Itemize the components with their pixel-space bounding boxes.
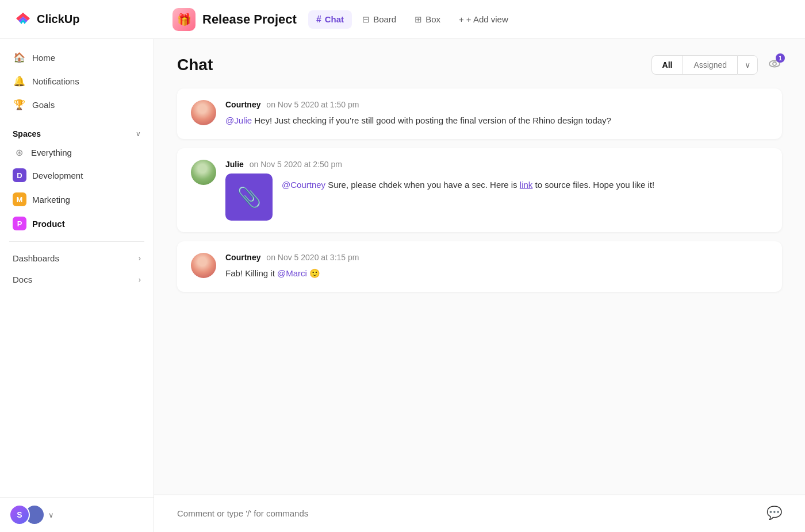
message-1-content: Courtney on Nov 5 2020 at 1:50 pm @Julie… xyxy=(225,100,768,128)
spaces-chevron-icon[interactable]: ∨ xyxy=(136,130,141,138)
nav-item-board[interactable]: ⊟ Board xyxy=(354,10,404,29)
sidebar-item-home[interactable]: 🏠 Home xyxy=(5,46,149,70)
message-2-meta: Julie on Nov 5 2020 at 2:50 pm xyxy=(225,160,768,169)
everything-icon: ⊛ xyxy=(13,147,25,158)
comment-area: 💬 xyxy=(154,495,805,532)
message-2-content: Julie on Nov 5 2020 at 2:50 pm 📎 @Courtn… xyxy=(225,160,768,221)
message-card-1: Courtney on Nov 5 2020 at 1:50 pm @Julie… xyxy=(177,88,782,139)
sidebar-item-docs[interactable]: Docs › xyxy=(5,269,149,290)
sidebar-item-dashboards[interactable]: Dashboards › xyxy=(5,248,149,269)
add-view-button[interactable]: + + Add view xyxy=(451,10,516,28)
message-2-text: @Courtney Sure, please chdek when you ha… xyxy=(282,174,654,192)
message-1-author: Courtney xyxy=(225,100,260,109)
dashboards-label: Dashboards xyxy=(13,253,59,263)
notifications-label: Notifications xyxy=(32,76,79,86)
message-1-time: on Nov 5 2020 at 1:50 pm xyxy=(266,100,359,109)
message-1-meta: Courtney on Nov 5 2020 at 1:50 pm xyxy=(225,100,768,109)
sidebar-item-everything[interactable]: ⊛ Everything xyxy=(5,142,149,163)
message-3-content: Courtney on Nov 5 2020 at 3:15 pm Fab! K… xyxy=(225,253,768,280)
filter-all-button[interactable]: All xyxy=(651,55,683,75)
watch-icon-wrap[interactable]: 1 xyxy=(767,56,782,74)
spaces-title: Spaces xyxy=(13,129,41,138)
watch-badge: 1 xyxy=(776,53,785,63)
filter-assigned-button[interactable]: Assigned xyxy=(683,55,737,75)
courtney-avatar-1 xyxy=(191,100,216,125)
project-title: Release Project xyxy=(202,12,297,27)
dashboards-chevron-icon: › xyxy=(139,254,141,263)
message-3-meta: Courtney on Nov 5 2020 at 3:15 pm xyxy=(225,253,768,262)
message-3-author: Courtney xyxy=(225,253,260,262)
sidebar-item-product[interactable]: P Product xyxy=(5,211,149,236)
development-label: Development xyxy=(32,171,83,180)
nav-board-label: Board xyxy=(373,14,396,24)
message-2-attachment-row: 📎 @Courtney Sure, please chdek when you … xyxy=(225,174,768,221)
development-badge: D xyxy=(13,168,26,182)
add-icon: + xyxy=(459,14,464,24)
board-icon: ⊟ xyxy=(362,14,370,25)
marketing-label: Marketing xyxy=(32,195,70,205)
box-icon: ⊞ xyxy=(415,14,422,25)
home-icon: 🏠 xyxy=(13,52,25,64)
message-3-text: Fab! Killing it @Marci 🙂 xyxy=(225,267,768,280)
message-3-time: on Nov 5 2020 at 3:15 pm xyxy=(266,253,359,262)
product-badge: P xyxy=(13,217,26,230)
goals-icon: 🏆 xyxy=(13,99,25,111)
message-1-text: @Julie Hey! Just checking if you're stil… xyxy=(225,114,768,128)
home-label: Home xyxy=(32,53,55,63)
sidebar-item-development[interactable]: D Development xyxy=(5,163,149,187)
source-link[interactable]: link xyxy=(520,180,533,190)
message-2-author: Julie xyxy=(225,160,244,169)
nav-box-label: Box xyxy=(425,14,440,24)
spaces-section-header: Spaces ∨ xyxy=(0,124,154,142)
chat-section-header: Chat All Assigned ∨ xyxy=(177,55,782,75)
mention-julie: @Julie xyxy=(225,115,252,125)
sidebar-item-notifications[interactable]: 🔔 Notifications xyxy=(5,70,149,93)
attachment-thumb[interactable]: 📎 xyxy=(225,174,273,221)
notifications-icon: 🔔 xyxy=(13,75,25,87)
svg-point-4 xyxy=(773,62,776,65)
nav-chat-label: Chat xyxy=(325,14,344,24)
mention-marci: @Marci xyxy=(277,268,307,278)
comment-input[interactable] xyxy=(177,508,766,518)
chat-title: Chat xyxy=(177,56,213,74)
nav-item-chat[interactable]: # Chat xyxy=(308,10,352,29)
goals-label: Goals xyxy=(32,100,55,110)
sidebar-item-marketing[interactable]: M Marketing xyxy=(5,187,149,211)
courtney-avatar-2 xyxy=(191,253,216,278)
hash-icon: # xyxy=(316,14,321,25)
project-icon: 🎁 xyxy=(172,8,195,31)
avatar-s: S xyxy=(9,504,30,525)
docs-chevron-icon: › xyxy=(139,275,141,284)
message-2-time: on Nov 5 2020 at 2:50 pm xyxy=(250,160,342,169)
docs-label: Docs xyxy=(13,275,32,284)
logo-text: ClickUp xyxy=(37,13,79,26)
message-card-3: Courtney on Nov 5 2020 at 3:15 pm Fab! K… xyxy=(177,241,782,292)
nav-item-box[interactable]: ⊞ Box xyxy=(407,10,448,29)
footer-chevron-icon[interactable]: ∨ xyxy=(48,511,54,519)
sidebar-item-goals[interactable]: 🏆 Goals xyxy=(5,93,149,117)
filter-dropdown-button[interactable]: ∨ xyxy=(737,55,758,75)
chat-filter-group: All Assigned ∨ xyxy=(651,55,758,75)
avatar-group: S xyxy=(9,504,45,525)
marketing-badge: M xyxy=(13,192,26,206)
everything-label: Everything xyxy=(31,148,72,157)
product-label: Product xyxy=(32,219,65,229)
header-nav: # Chat ⊟ Board ⊞ Box + + Add view xyxy=(308,10,516,29)
message-card-2: Julie on Nov 5 2020 at 2:50 pm 📎 @Courtn… xyxy=(177,148,782,232)
clickup-logo-icon xyxy=(14,10,32,29)
mention-courtney: @Courtney xyxy=(282,180,325,190)
julie-avatar xyxy=(191,160,216,185)
chat-bubble-icon[interactable]: 💬 xyxy=(766,506,782,521)
add-view-label: + Add view xyxy=(466,14,508,24)
